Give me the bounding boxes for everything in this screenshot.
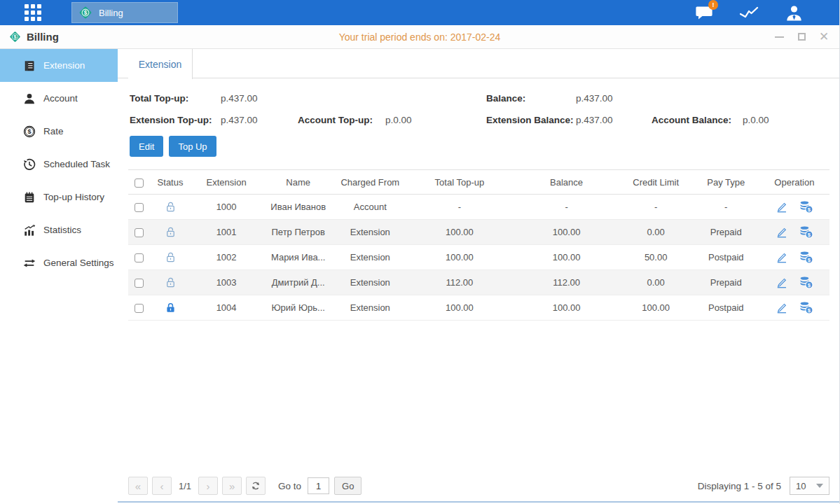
cell-charged-from: Extension <box>350 227 390 237</box>
row-checkbox[interactable] <box>135 253 144 262</box>
table-header-row: StatusExtensionNameCharged FromTotal Top… <box>128 170 829 195</box>
topup-coins-icon[interactable]: $ <box>799 301 813 314</box>
row-checkbox[interactable] <box>135 304 144 313</box>
sidebar-item-account[interactable]: Account <box>0 82 118 115</box>
row-checkbox[interactable] <box>135 279 144 288</box>
column-header-balance: Balance <box>514 170 619 195</box>
cell-balance: - <box>565 202 567 212</box>
cell-pay-type: Prepaid <box>710 277 742 288</box>
extension-balance-value: p.437.00 <box>576 115 652 125</box>
account-topup-label: Account Top-up: <box>298 115 385 125</box>
cell-charged-from: Extension <box>350 302 390 313</box>
cell-extension: 1000 <box>216 202 237 212</box>
cell-extension: 1002 <box>216 252 237 262</box>
row-checkbox[interactable] <box>135 203 144 212</box>
table-row: 1001Петр ПетровExtension100.00100.000.00… <box>128 220 829 245</box>
refresh-button[interactable] <box>246 477 266 495</box>
minimize-button[interactable] <box>773 31 785 43</box>
cell-balance: 100.00 <box>553 227 581 237</box>
topup-coins-icon[interactable]: $ <box>799 251 813 264</box>
last-page-button[interactable]: » <box>222 477 242 495</box>
extension-topup-value: p.437.00 <box>221 115 298 125</box>
column-header-status: Status <box>149 170 191 195</box>
edit-pencil-icon[interactable] <box>775 251 788 264</box>
svg-text:$: $ <box>84 10 88 16</box>
trial-notice: Your trial period ends on: 2017-02-24 <box>0 31 839 43</box>
column-header-operation: Operation <box>759 170 829 195</box>
cell-total-topup: 100.00 <box>446 227 474 237</box>
page-size-select[interactable]: 10 <box>790 477 829 495</box>
sidebar-item-rate[interactable]: $Rate <box>0 115 118 148</box>
cell-pay-type: Prepaid <box>710 227 742 237</box>
chevron-left-icon: ‹ <box>160 480 164 492</box>
cell-total-topup: - <box>458 202 461 212</box>
cell-charged-from: Account <box>354 202 387 212</box>
double-chevron-left-icon: « <box>135 480 141 492</box>
sidebar-item-general-settings[interactable]: General Settings <box>0 246 118 279</box>
go-button[interactable]: Go <box>334 477 362 495</box>
cell-charged-from: Extension <box>350 277 390 288</box>
messages-icon[interactable]: ! <box>695 4 713 21</box>
person-icon <box>22 92 36 105</box>
balance-value: p.437.00 <box>576 93 613 104</box>
transfer-arrows-icon <box>22 257 36 270</box>
cell-charged-from: Extension <box>350 252 390 262</box>
row-checkbox[interactable] <box>135 228 144 237</box>
sidebar-item-top-up-history[interactable]: Top-up History <box>0 181 118 214</box>
topup-coins-icon[interactable]: $ <box>799 276 813 289</box>
sidebar-item-label: Statistics <box>43 225 81 235</box>
lock-open-icon <box>165 251 177 263</box>
edit-pencil-icon[interactable] <box>775 301 788 314</box>
taskbar-item-billing[interactable]: $ Billing <box>71 2 178 23</box>
close-button[interactable]: ✕ <box>818 31 829 43</box>
edit-pencil-icon[interactable] <box>775 225 788 239</box>
topup-button[interactable]: Top Up <box>169 136 216 157</box>
topup-coins-icon[interactable]: $ <box>799 225 813 239</box>
page-indicator: 1/1 <box>179 481 191 491</box>
taskbar-item-label: Billing <box>99 8 123 18</box>
extension-balance-label: Extension Balance: <box>486 115 576 125</box>
edit-button[interactable]: Edit <box>130 136 163 157</box>
account-balance-value: p.0.00 <box>743 115 769 125</box>
cell-total-topup: 100.00 <box>446 252 474 262</box>
cell-credit-limit: 100.00 <box>642 302 670 313</box>
select-all-checkbox[interactable] <box>135 178 144 188</box>
cell-extension: 1003 <box>216 277 237 288</box>
sidebar-item-scheduled-task[interactable]: Scheduled Task <box>0 148 118 181</box>
tab-extension[interactable]: Extension <box>128 49 193 79</box>
cell-total-topup: 100.00 <box>446 302 474 313</box>
lock-open-icon <box>165 276 177 288</box>
lock-open-icon <box>165 201 177 213</box>
column-header-name: Name <box>261 170 335 195</box>
chevron-right-icon: › <box>207 480 210 492</box>
sidebar: ExtensionAccount$RateScheduled TaskTop-u… <box>0 49 118 503</box>
first-page-button[interactable]: « <box>128 477 148 495</box>
account-balance-label: Account Balance: <box>652 115 743 125</box>
main-content: Extension Total Top-up: p.437.00 Extensi… <box>118 49 839 503</box>
billing-diamond-icon: $ <box>8 30 22 43</box>
dollar-circle-icon: $ <box>22 125 36 138</box>
notification-badge: ! <box>708 0 718 10</box>
app-grid-icon[interactable] <box>25 4 41 21</box>
clock-history-icon <box>22 158 36 171</box>
user-account-icon[interactable] <box>785 5 803 21</box>
cell-balance: 112.00 <box>553 277 580 288</box>
edit-pencil-icon[interactable] <box>775 276 788 289</box>
topup-coins-icon[interactable]: $ <box>799 200 813 214</box>
sidebar-item-label: Extension <box>43 60 85 71</box>
total-topup-label: Total Top-up: <box>130 93 221 104</box>
next-page-button[interactable]: › <box>198 477 218 495</box>
monitor-chart-icon[interactable] <box>740 5 759 20</box>
edit-pencil-icon[interactable] <box>775 200 788 214</box>
prev-page-button[interactable]: ‹ <box>152 477 172 495</box>
cell-pay-type: - <box>724 202 727 212</box>
column-header-total-top-up: Total Top-up <box>405 170 514 195</box>
maximize-button[interactable] <box>796 31 807 43</box>
sidebar-item-extension[interactable]: Extension <box>0 49 118 82</box>
lock-open-icon <box>165 226 177 238</box>
sidebar-item-statistics[interactable]: Statistics <box>0 214 118 246</box>
goto-page-input[interactable] <box>308 477 329 494</box>
account-topup-value: p.0.00 <box>385 115 412 125</box>
cell-name: Юрий Юрь... <box>271 302 324 313</box>
table-row: 1003Дмитрий Д...Extension112.00112.000.0… <box>128 270 829 295</box>
